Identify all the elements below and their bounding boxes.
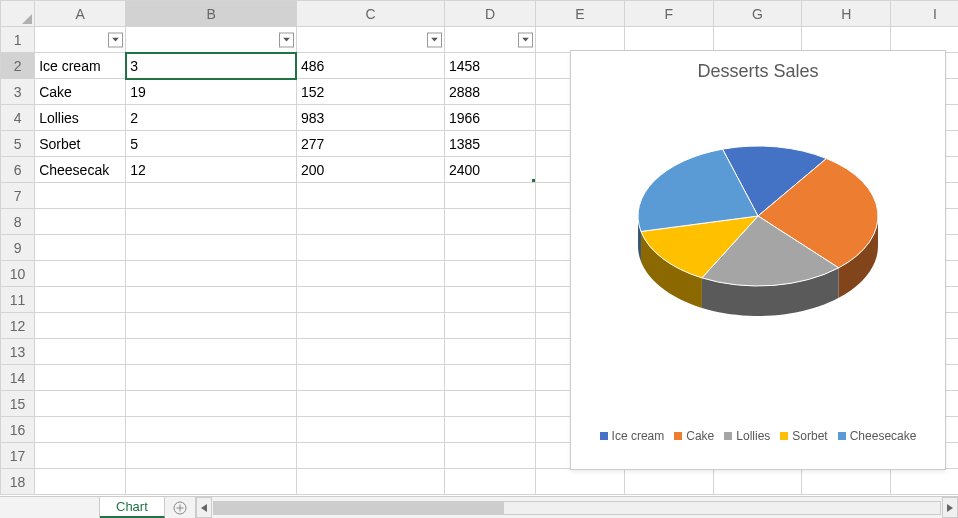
cell[interactable] <box>126 391 297 417</box>
cell[interactable] <box>444 313 535 339</box>
cell[interactable] <box>802 469 891 495</box>
row-header-17[interactable]: 17 <box>1 443 35 469</box>
row-header-18[interactable]: 18 <box>1 469 35 495</box>
col-header-I[interactable]: I <box>891 1 958 27</box>
cell[interactable] <box>296 469 444 495</box>
scroll-track[interactable] <box>213 501 941 515</box>
cell[interactable] <box>126 365 297 391</box>
cell-A5[interactable]: Sorbet <box>35 131 126 157</box>
cell[interactable] <box>444 339 535 365</box>
cell[interactable] <box>536 469 625 495</box>
cell[interactable] <box>296 339 444 365</box>
cell-C6[interactable]: 200 <box>296 157 444 183</box>
cell[interactable] <box>35 313 126 339</box>
cell[interactable] <box>35 209 126 235</box>
cell-A1[interactable]: Item <box>35 27 126 53</box>
row-header-11[interactable]: 11 <box>1 287 35 313</box>
cell[interactable] <box>126 313 297 339</box>
scroll-left-button[interactable] <box>196 497 212 518</box>
cell-H1[interactable] <box>802 27 891 53</box>
row-header-10[interactable]: 10 <box>1 261 35 287</box>
cell[interactable] <box>126 443 297 469</box>
cell[interactable] <box>35 339 126 365</box>
tab-nav-area[interactable] <box>0 497 100 518</box>
cell[interactable] <box>126 339 297 365</box>
cell[interactable] <box>296 417 444 443</box>
cell[interactable] <box>444 183 535 209</box>
cell-B3[interactable]: 19 <box>126 79 297 105</box>
cell-B5[interactable]: 5 <box>126 131 297 157</box>
cell-F1[interactable] <box>624 27 713 53</box>
cell[interactable] <box>444 287 535 313</box>
cell[interactable] <box>126 287 297 313</box>
cell-A2[interactable]: Ice cream <box>35 53 126 79</box>
cell[interactable] <box>126 235 297 261</box>
cell[interactable] <box>35 287 126 313</box>
cell-A6[interactable]: Cheesecak <box>35 157 126 183</box>
filter-button[interactable] <box>279 32 294 47</box>
row-header-15[interactable]: 15 <box>1 391 35 417</box>
cell[interactable] <box>444 235 535 261</box>
cell[interactable] <box>444 469 535 495</box>
cell[interactable] <box>296 261 444 287</box>
cell[interactable] <box>126 417 297 443</box>
cell[interactable] <box>35 183 126 209</box>
cell[interactable] <box>35 365 126 391</box>
cell[interactable] <box>296 235 444 261</box>
cell-C4[interactable]: 983 <box>296 105 444 131</box>
cell-D6[interactable]: 2400 <box>444 157 535 183</box>
horizontal-scrollbar[interactable] <box>195 497 958 518</box>
sheet-tab-active[interactable]: Chart <box>100 497 165 518</box>
cell[interactable] <box>444 261 535 287</box>
cell-A3[interactable]: Cake <box>35 79 126 105</box>
cell[interactable] <box>713 469 802 495</box>
cell-E1[interactable] <box>536 27 625 53</box>
cell-C3[interactable]: 152 <box>296 79 444 105</box>
cell[interactable] <box>35 469 126 495</box>
cell-B6[interactable]: 12 <box>126 157 297 183</box>
cell-D5[interactable]: 1385 <box>444 131 535 157</box>
cell[interactable] <box>126 261 297 287</box>
filter-button[interactable] <box>108 32 123 47</box>
cell[interactable] <box>35 443 126 469</box>
pie-chart[interactable]: Desserts Sales Ice creamCakeLolliesSorbe… <box>570 50 946 470</box>
cell-D3[interactable]: 2888 <box>444 79 535 105</box>
cell-B4[interactable]: 2 <box>126 105 297 131</box>
cell-B2[interactable]: 3 <box>126 53 297 79</box>
cell-B1[interactable]: Cost (in dollars) <box>126 27 297 53</box>
row-header-14[interactable]: 14 <box>1 365 35 391</box>
cell[interactable] <box>35 235 126 261</box>
cell[interactable] <box>296 287 444 313</box>
cell-G1[interactable] <box>713 27 802 53</box>
row-header-2[interactable]: 2 <box>1 53 35 79</box>
cell[interactable] <box>296 313 444 339</box>
col-header-A[interactable]: A <box>35 1 126 27</box>
cell[interactable] <box>444 209 535 235</box>
cell[interactable] <box>444 391 535 417</box>
cell-C5[interactable]: 277 <box>296 131 444 157</box>
cell[interactable] <box>296 183 444 209</box>
cell-C1[interactable]: Number sold <box>296 27 444 53</box>
cell[interactable] <box>444 417 535 443</box>
cell[interactable] <box>296 443 444 469</box>
row-header-16[interactable]: 16 <box>1 417 35 443</box>
row-header-6[interactable]: 6 <box>1 157 35 183</box>
scroll-right-button[interactable] <box>942 497 958 518</box>
row-header-1[interactable]: 1 <box>1 27 35 53</box>
cell[interactable] <box>126 209 297 235</box>
cell[interactable] <box>35 417 126 443</box>
scroll-thumb[interactable] <box>214 502 504 514</box>
row-header-4[interactable]: 4 <box>1 105 35 131</box>
cell-D2[interactable]: 1458 <box>444 53 535 79</box>
row-header-7[interactable]: 7 <box>1 183 35 209</box>
cell-I1[interactable] <box>891 27 958 53</box>
filter-button[interactable] <box>518 32 533 47</box>
cell[interactable] <box>624 469 713 495</box>
cell[interactable] <box>296 391 444 417</box>
col-header-G[interactable]: G <box>713 1 802 27</box>
col-header-F[interactable]: F <box>624 1 713 27</box>
filter-button[interactable] <box>427 32 442 47</box>
cell-A4[interactable]: Lollies <box>35 105 126 131</box>
row-header-5[interactable]: 5 <box>1 131 35 157</box>
cell-D1[interactable]: Total <box>444 27 535 53</box>
